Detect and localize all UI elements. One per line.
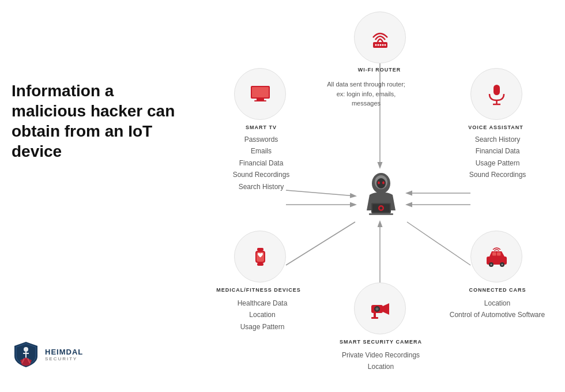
medical-icon xyxy=(247,244,273,270)
svg-point-10 xyxy=(377,44,379,46)
svg-rect-17 xyxy=(254,100,266,101)
wifi-router-description: All data sent through router; ex: login … xyxy=(323,80,409,108)
medical-data-3: Usage Pattern xyxy=(222,321,303,333)
svg-point-43 xyxy=(382,182,385,184)
security-camera-data: Private Video Recordings Location xyxy=(333,349,428,373)
svg-rect-15 xyxy=(252,87,269,97)
security-camera-circle xyxy=(354,282,406,334)
va-data-3: Usage Pattern xyxy=(457,157,538,169)
hacker-icon xyxy=(355,167,407,219)
medical-data-2: Location xyxy=(222,309,303,321)
voice-assistant-icon xyxy=(484,81,510,107)
smart-tv-circle xyxy=(234,68,286,120)
smart-tv-icon xyxy=(247,81,273,107)
wifi-router-icon xyxy=(367,25,393,51)
svg-point-32 xyxy=(496,251,497,252)
medical-circle xyxy=(234,231,286,282)
sc-data-1: Private Video Recordings xyxy=(333,349,428,361)
voice-assistant-label: VOICE ASSISTANT xyxy=(461,125,530,130)
heimdal-logo xyxy=(12,340,40,369)
voice-assistant-circle xyxy=(470,68,522,120)
smart-tv-data-5: Search History xyxy=(224,181,299,193)
medical-data: Healthcare Data Location Usage Pattern xyxy=(222,297,303,333)
main-title: Information a malicious hacker can obtai… xyxy=(12,81,179,161)
svg-point-9 xyxy=(375,44,376,46)
svg-rect-24 xyxy=(257,263,263,266)
svg-rect-18 xyxy=(494,85,500,95)
svg-rect-16 xyxy=(257,99,264,100)
connected-cars-icon xyxy=(484,244,510,270)
svg-rect-37 xyxy=(374,313,376,318)
svg-line-5 xyxy=(286,222,355,265)
svg-point-31 xyxy=(501,263,503,265)
svg-rect-23 xyxy=(257,248,263,251)
svg-point-11 xyxy=(379,44,381,46)
title-section: Information a malicious hacker can obtai… xyxy=(12,81,179,161)
connected-cars-label: CONNECTED CARS xyxy=(460,287,535,293)
hacker-figure xyxy=(355,167,407,219)
smart-tv-data-3: Financial Data xyxy=(224,157,299,169)
svg-point-36 xyxy=(376,308,378,310)
smart-tv-data: Passwords Emails Financial Data Sound Re… xyxy=(224,134,299,193)
security-camera-icon xyxy=(367,296,393,322)
smart-tv-data-1: Passwords xyxy=(224,134,299,145)
svg-line-6 xyxy=(407,222,470,265)
va-data-2: Financial Data xyxy=(457,145,538,157)
svg-rect-26 xyxy=(492,252,496,255)
svg-point-49 xyxy=(24,347,28,352)
wifi-router-label: WI-FI ROUTER xyxy=(345,67,414,73)
logo: HEIMDAL SECURITY xyxy=(12,340,83,369)
svg-point-42 xyxy=(378,182,380,184)
smart-tv-data-2: Emails xyxy=(224,145,299,157)
connected-cars-circle xyxy=(470,231,522,282)
va-data-4: Sound Recordings xyxy=(457,169,538,180)
svg-point-47 xyxy=(380,207,383,210)
sc-data-2: Location xyxy=(333,361,428,372)
svg-rect-27 xyxy=(497,252,501,255)
wifi-router-circle xyxy=(354,12,406,63)
smart-tv-data-4: Sound Recordings xyxy=(224,169,299,180)
voice-assistant-data: Search History Financial Data Usage Patt… xyxy=(457,134,538,181)
logo-text: HEIMDAL SECURITY xyxy=(45,348,83,361)
smart-tv-label: SMART TV xyxy=(229,125,293,130)
security-camera-label: SMART SECURITY CAMERA xyxy=(333,339,428,345)
svg-rect-38 xyxy=(371,317,378,319)
svg-point-30 xyxy=(490,263,492,265)
svg-point-12 xyxy=(382,44,383,46)
va-data-1: Search History xyxy=(457,134,538,145)
page: Information a malicious hacker can obtai… xyxy=(0,0,565,392)
connections-diagram xyxy=(0,0,565,392)
medical-data-1: Healthcare Data xyxy=(222,297,303,309)
connected-cars-data: Location Control of Automotive Software xyxy=(441,297,553,321)
svg-point-13 xyxy=(384,44,386,46)
cc-data-1: Location xyxy=(441,297,553,309)
cc-data-2: Control of Automotive Software xyxy=(441,309,553,321)
medical-label: MEDICAL/FITNESS DEVICES xyxy=(214,287,303,293)
svg-rect-48 xyxy=(369,213,393,215)
